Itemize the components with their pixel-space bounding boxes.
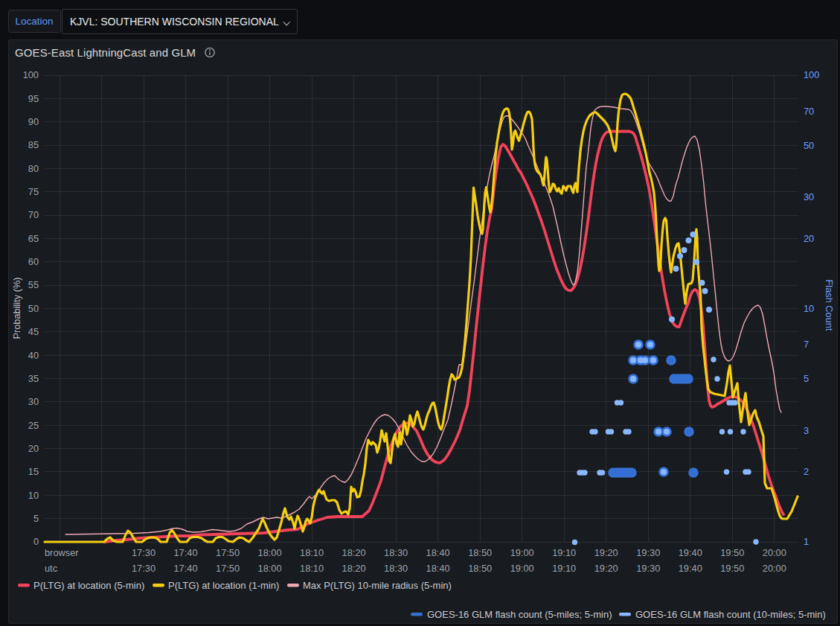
svg-text:75: 75 xyxy=(28,186,39,197)
svg-text:17:30: 17:30 xyxy=(132,547,156,558)
svg-text:19:10: 19:10 xyxy=(552,563,576,574)
svg-text:18:10: 18:10 xyxy=(300,547,324,558)
svg-text:100: 100 xyxy=(804,69,819,80)
svg-text:17:30: 17:30 xyxy=(132,563,156,574)
svg-text:Max P(LTG) 10-mile radius (5-m: Max P(LTG) 10-mile radius (5-min) xyxy=(303,580,452,591)
svg-text:Probability (%): Probability (%) xyxy=(11,277,22,339)
svg-text:browser: browser xyxy=(45,547,79,558)
svg-text:18:20: 18:20 xyxy=(342,563,366,574)
svg-text:19:50: 19:50 xyxy=(720,547,744,558)
svg-text:18:00: 18:00 xyxy=(258,547,282,558)
svg-text:19:30: 19:30 xyxy=(636,563,660,574)
svg-text:80: 80 xyxy=(28,163,39,174)
svg-text:18:20: 18:20 xyxy=(342,547,366,558)
svg-text:2: 2 xyxy=(804,466,809,477)
svg-text:18:30: 18:30 xyxy=(384,563,408,574)
svg-text:5: 5 xyxy=(33,513,39,524)
svg-text:15: 15 xyxy=(28,466,39,477)
svg-text:17:40: 17:40 xyxy=(174,547,198,558)
svg-text:18:10: 18:10 xyxy=(300,563,324,574)
svg-text:100: 100 xyxy=(23,69,39,80)
svg-text:55: 55 xyxy=(28,279,39,290)
svg-text:18:40: 18:40 xyxy=(426,563,450,574)
svg-text:50: 50 xyxy=(28,303,39,314)
svg-text:95: 95 xyxy=(28,93,39,104)
svg-text:18:50: 18:50 xyxy=(468,563,492,574)
svg-text:3: 3 xyxy=(804,425,809,436)
svg-text:5: 5 xyxy=(804,373,809,384)
svg-text:GOES-16 GLM flash count (10-mi: GOES-16 GLM flash count (10-miles; 5-min… xyxy=(635,609,826,620)
svg-text:50: 50 xyxy=(804,140,814,151)
svg-text:40: 40 xyxy=(28,350,39,361)
svg-text:Flash Count: Flash Count xyxy=(824,280,835,331)
svg-text:30: 30 xyxy=(28,396,39,407)
svg-text:utc: utc xyxy=(45,563,58,574)
svg-text:70: 70 xyxy=(28,209,39,220)
svg-text:25: 25 xyxy=(28,420,39,431)
svg-text:18:40: 18:40 xyxy=(426,547,450,558)
svg-text:19:00: 19:00 xyxy=(510,547,534,558)
svg-text:19:20: 19:20 xyxy=(594,547,618,558)
svg-text:20:00: 20:00 xyxy=(763,563,786,574)
svg-text:7: 7 xyxy=(804,339,809,350)
svg-text:60: 60 xyxy=(28,256,39,267)
svg-text:17:50: 17:50 xyxy=(216,547,240,558)
svg-text:P(LTG) at location (5-min): P(LTG) at location (5-min) xyxy=(33,580,144,591)
svg-text:10: 10 xyxy=(28,490,39,501)
svg-text:17:40: 17:40 xyxy=(174,563,198,574)
svg-text:20: 20 xyxy=(28,443,39,454)
svg-text:20: 20 xyxy=(804,233,814,244)
svg-text:70: 70 xyxy=(804,106,814,117)
svg-text:85: 85 xyxy=(28,139,39,150)
svg-text:19:10: 19:10 xyxy=(552,547,576,558)
svg-text:19:50: 19:50 xyxy=(720,563,744,574)
svg-text:GOES-16 GLM flash count (5-mil: GOES-16 GLM flash count (5-miles; 5-min) xyxy=(427,609,612,620)
svg-text:19:40: 19:40 xyxy=(679,547,702,558)
svg-text:P(LTG) at location (1-min): P(LTG) at location (1-min) xyxy=(168,580,279,591)
svg-text:65: 65 xyxy=(28,233,39,244)
svg-text:35: 35 xyxy=(28,373,39,384)
svg-text:18:00: 18:00 xyxy=(258,563,282,574)
svg-text:18:50: 18:50 xyxy=(468,547,492,558)
svg-text:30: 30 xyxy=(804,191,814,202)
svg-text:19:40: 19:40 xyxy=(679,563,702,574)
svg-text:10: 10 xyxy=(804,303,814,314)
svg-text:19:30: 19:30 xyxy=(636,547,660,558)
svg-text:17:50: 17:50 xyxy=(216,563,240,574)
svg-text:1: 1 xyxy=(804,536,809,547)
svg-text:19:00: 19:00 xyxy=(510,563,534,574)
svg-text:90: 90 xyxy=(28,116,39,127)
svg-text:45: 45 xyxy=(28,326,39,337)
svg-text:19:20: 19:20 xyxy=(594,563,618,574)
svg-text:18:30: 18:30 xyxy=(384,547,408,558)
svg-text:20:00: 20:00 xyxy=(763,547,786,558)
svg-text:0: 0 xyxy=(33,536,39,547)
